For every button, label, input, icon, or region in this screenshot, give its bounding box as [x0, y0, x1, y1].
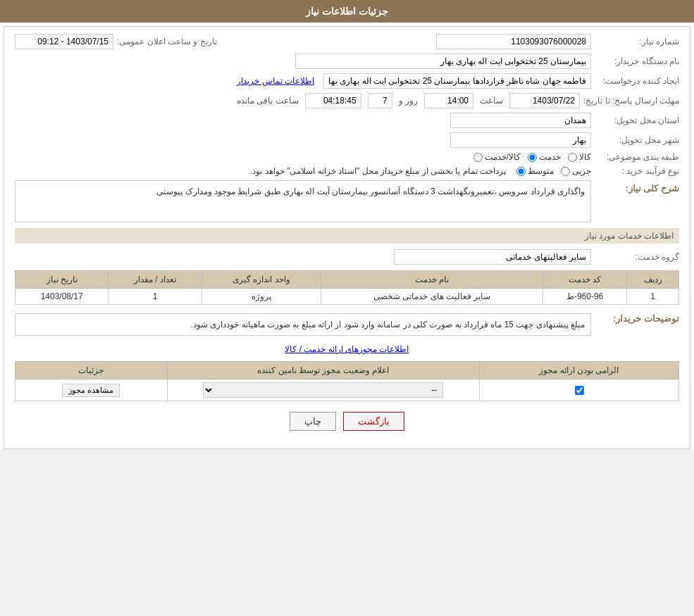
category-label: طبقه بندی موضوعی:	[595, 152, 679, 162]
announce-date-label: تاریخ و ساعت اعلان عمومی:	[117, 37, 217, 46]
requester-row: ایجاد کننده درخواست: اطلاعات تماس خریدار	[15, 73, 679, 89]
city-input	[450, 132, 591, 148]
process-motavaset[interactable]: متوسط	[516, 166, 554, 176]
permit-required-checkbox-wrap[interactable]	[485, 386, 673, 395]
announce-date-input	[15, 34, 113, 49]
col-service-code: کد خدمت	[543, 271, 627, 289]
buyer-note-section: توضیحات خریدار: مبلغ پیشنهادی جهت 15 ماه…	[15, 310, 679, 339]
category-khadamat[interactable]: خدمت	[528, 152, 561, 162]
permit-col-details: جزئیات	[16, 362, 168, 379]
process-row: نوع فرآیند خرید : جزیی متوسط پرداخت تمام…	[15, 166, 679, 176]
deadline-time-label: ساعت	[480, 96, 503, 106]
service-group-row: گروه خدمت:	[15, 249, 679, 265]
col-quantity: تعداد / مقدار	[109, 271, 202, 289]
buyer-name-label: نام دستگاه خریدار:	[595, 56, 679, 66]
deadline-remaining-label: ساعت باقی مانده	[237, 96, 299, 106]
process-label: نوع فرآیند خرید :	[595, 166, 679, 176]
city-row: شهر محل تحویل:	[15, 132, 679, 148]
col-unit: واحد اندازه گیری	[202, 271, 321, 289]
need-number-label: شماره نیاز:	[595, 37, 679, 46]
buyer-note-text: مبلغ پیشنهادی جهت 15 ماه قرارداد به صورت…	[191, 320, 585, 329]
category-kala-khadamat[interactable]: کالا/خدمت	[473, 152, 521, 162]
permit-table-section: الزامی بودن ارائه مجوز اعلام وضعیت مجوز …	[15, 361, 679, 401]
process-jozi[interactable]: جزیی	[561, 166, 591, 176]
button-row: بازگشت چاپ	[15, 412, 679, 431]
buyer-note-label: توضیحات خریدار:	[595, 313, 679, 324]
back-button[interactable]: بازگشت	[343, 412, 404, 431]
permit-required-checkbox[interactable]	[575, 386, 584, 395]
description-section: شرح کلی نیاز: واگذاری قرارداد سرویس ،تعم…	[15, 180, 679, 222]
permit-table: الزامی بودن ارائه مجوز اعلام وضعیت مجوز …	[15, 361, 679, 401]
need-number-input[interactable]	[436, 34, 591, 49]
province-input	[450, 113, 591, 128]
category-row: طبقه بندی موضوعی: کالا خدمت کالا/خدمت	[15, 152, 679, 162]
buyer-name-input	[295, 54, 591, 69]
col-row-num: ردیف	[627, 271, 679, 289]
cell-unit: پروژه	[202, 289, 321, 305]
province-label: استان محل تحویل:	[595, 115, 679, 125]
cell-row-num: 1	[627, 289, 679, 305]
col-service-name: نام خدمت	[321, 271, 543, 289]
cell-service-name: سایر فعالیت های خدماتی شخصی	[321, 289, 543, 305]
deadline-date-input	[509, 93, 580, 108]
service-info-label: اطلاعات خدمات مورد نیاز	[585, 231, 674, 241]
permit-required-cell	[480, 379, 679, 401]
category-kala-label: کالا	[579, 152, 591, 162]
deadline-day-input	[368, 93, 392, 108]
category-radio-group: کالا خدمت کالا/خدمت	[473, 152, 591, 162]
description-box: واگذاری قرارداد سرویس ،تعمیرونگهداشت 3 د…	[15, 180, 591, 222]
deadline-time-input	[424, 93, 473, 108]
category-khadamat-label: خدمت	[539, 152, 561, 162]
services-table-section: ردیف کد خدمت نام خدمت واحد اندازه گیری ت…	[15, 270, 679, 305]
page-header: جزئیات اطلاعات نیاز	[0, 0, 694, 23]
permit-link-text[interactable]: اطلاعات مجوزهای ارائه خدمت / کالا	[285, 344, 409, 354]
need-number-row: شماره نیاز: تاریخ و ساعت اعلان عمومی:	[15, 34, 679, 49]
requester-label: ایجاد کننده درخواست:	[595, 76, 679, 86]
category-kala-khadamat-label: کالا/خدمت	[485, 152, 521, 162]
process-motavaset-label: متوسط	[528, 166, 554, 176]
service-group-input	[394, 249, 591, 265]
permit-link[interactable]: اطلاعات مجوزهای ارائه خدمت / کالا	[15, 344, 679, 354]
services-table: ردیف کد خدمت نام خدمت واحد اندازه گیری ت…	[15, 270, 679, 305]
permit-table-row: -- مشاهده مجوز	[16, 379, 679, 401]
requester-contact-link[interactable]: اطلاعات تماس خریدار	[237, 76, 314, 86]
print-button[interactable]: چاپ	[290, 412, 336, 431]
process-jozi-label: جزیی	[572, 166, 591, 176]
description-text: واگذاری قرارداد سرویس ،تعمیرونگهداشت 3 د…	[156, 187, 585, 196]
service-info-header: اطلاعات خدمات مورد نیاز	[15, 228, 679, 244]
deadline-row: مهلت ارسال پاسخ: تا تاریخ: ساعت روز و سا…	[15, 93, 679, 108]
permit-details-cell: مشاهده مجوز	[16, 379, 168, 401]
process-note: پرداخت تمام یا بخشی از مبلغ خریداز محل "…	[250, 166, 506, 176]
cell-quantity: 1	[109, 289, 202, 305]
page-container: جزئیات اطلاعات نیاز شماره نیاز: تاریخ و …	[0, 0, 694, 449]
service-group-label: گروه خدمت:	[595, 252, 679, 262]
requester-input	[323, 73, 591, 89]
category-kala[interactable]: کالا	[568, 152, 591, 162]
col-date: تاریخ نیاز	[16, 271, 109, 289]
deadline-day-label: روز و	[399, 96, 418, 106]
table-row: 1 960-96-ط سایر فعالیت های خدماتی شخصی پ…	[16, 289, 679, 305]
description-label: شرح کلی نیاز:	[595, 183, 679, 194]
permit-status-select[interactable]: --	[203, 382, 443, 398]
deadline-label: مهلت ارسال پاسخ: تا تاریخ:	[583, 96, 679, 106]
process-radio-group: جزیی متوسط	[516, 166, 591, 176]
buyer-name-row: نام دستگاه خریدار:	[15, 54, 679, 69]
province-row: استان محل تحویل:	[15, 113, 679, 128]
cell-service-code: 960-96-ط	[543, 289, 627, 305]
permit-status-cell: --	[167, 379, 479, 401]
deadline-remaining-input	[305, 93, 361, 108]
buyer-note-box: مبلغ پیشنهادی جهت 15 ماه قرارداد به صورت…	[15, 313, 591, 336]
cell-date: 1403/08/17	[16, 289, 109, 305]
main-content: شماره نیاز: تاریخ و ساعت اعلان عمومی: نا…	[4, 26, 690, 449]
page-title: جزئیات اطلاعات نیاز	[306, 6, 388, 17]
city-label: شهر محل تحویل:	[595, 135, 679, 145]
permit-col-required: الزامی بودن ارائه مجوز	[480, 362, 679, 379]
permit-col-status: اعلام وضعیت مجوز توسط نامین کننده	[167, 362, 479, 379]
view-permit-button[interactable]: مشاهده مجوز	[62, 384, 120, 397]
